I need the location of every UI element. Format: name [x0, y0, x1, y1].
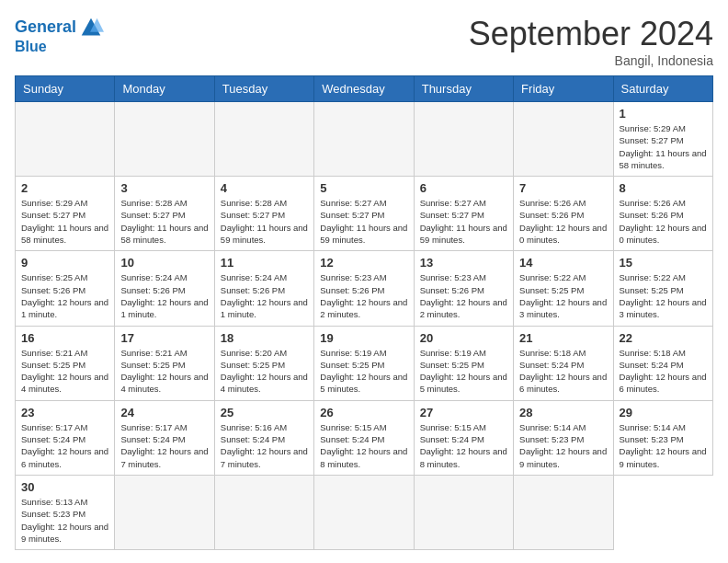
day-info: Sunrise: 5:25 AMSunset: 5:26 PMDaylight:…: [21, 271, 108, 320]
day-info: Sunrise: 5:28 AMSunset: 5:27 PMDaylight:…: [120, 197, 208, 246]
table-row: 30Sunrise: 5:13 AMSunset: 5:23 PMDayligh…: [16, 475, 115, 549]
day-number: 19: [320, 331, 407, 345]
table-row: [414, 102, 513, 177]
calendar-table: Sunday Monday Tuesday Wednesday Thursday…: [15, 75, 713, 550]
day-number: 15: [620, 256, 707, 270]
day-info: Sunrise: 5:19 AMSunset: 5:25 PMDaylight:…: [320, 347, 407, 396]
table-row: 21Sunrise: 5:18 AMSunset: 5:24 PMDayligh…: [514, 326, 613, 400]
day-number: 12: [320, 256, 407, 270]
table-row: [514, 475, 613, 549]
day-info: Sunrise: 5:21 AMSunset: 5:25 PMDaylight:…: [120, 347, 208, 396]
day-info: Sunrise: 5:22 AMSunset: 5:25 PMDaylight:…: [519, 271, 607, 320]
table-row: [314, 102, 414, 177]
day-info: Sunrise: 5:18 AMSunset: 5:24 PMDaylight:…: [519, 347, 607, 396]
day-info: Sunrise: 5:29 AMSunset: 5:27 PMDaylight:…: [21, 197, 108, 246]
day-number: 10: [120, 256, 208, 270]
table-row: 10Sunrise: 5:24 AMSunset: 5:26 PMDayligh…: [115, 251, 214, 326]
day-number: 17: [120, 331, 208, 345]
day-info: Sunrise: 5:20 AMSunset: 5:25 PMDaylight:…: [221, 347, 308, 396]
table-row: [16, 102, 115, 177]
day-number: 29: [620, 406, 707, 419]
logo-text-blue: Blue: [15, 39, 104, 55]
table-row: 26Sunrise: 5:15 AMSunset: 5:24 PMDayligh…: [314, 400, 414, 475]
table-row: 11Sunrise: 5:24 AMSunset: 5:26 PMDayligh…: [214, 251, 313, 326]
table-row: 7Sunrise: 5:26 AMSunset: 5:26 PMDaylight…: [514, 177, 613, 251]
table-row: 5Sunrise: 5:27 AMSunset: 5:27 PMDaylight…: [314, 177, 414, 251]
day-number: 28: [519, 406, 607, 419]
table-row: 3Sunrise: 5:28 AMSunset: 5:27 PMDaylight…: [115, 177, 214, 251]
table-row: 8Sunrise: 5:26 AMSunset: 5:26 PMDaylight…: [613, 177, 712, 251]
table-row: [514, 102, 613, 177]
day-number: 22: [620, 331, 707, 345]
table-row: 18Sunrise: 5:20 AMSunset: 5:25 PMDayligh…: [214, 326, 313, 400]
day-number: 5: [320, 181, 407, 195]
table-row: 23Sunrise: 5:17 AMSunset: 5:24 PMDayligh…: [16, 400, 115, 475]
table-row: [115, 475, 214, 549]
table-row: [214, 475, 313, 549]
logo: General Blue: [15, 15, 104, 55]
day-number: 7: [519, 181, 607, 195]
table-row: 22Sunrise: 5:18 AMSunset: 5:24 PMDayligh…: [613, 326, 712, 400]
location: Bangil, Indonesia: [469, 53, 713, 68]
day-info: Sunrise: 5:27 AMSunset: 5:27 PMDaylight:…: [320, 197, 407, 246]
day-number: 21: [519, 331, 607, 345]
day-info: Sunrise: 5:17 AMSunset: 5:24 PMDaylight:…: [120, 421, 208, 470]
day-number: 27: [420, 406, 507, 419]
table-row: [214, 102, 313, 177]
day-number: 13: [420, 256, 507, 270]
day-info: Sunrise: 5:23 AMSunset: 5:26 PMDaylight:…: [320, 271, 407, 320]
day-number: 3: [120, 181, 208, 195]
table-row: 28Sunrise: 5:14 AMSunset: 5:23 PMDayligh…: [514, 400, 613, 475]
header-saturday: Saturday: [613, 76, 712, 102]
day-number: 6: [420, 181, 507, 195]
day-number: 23: [21, 406, 108, 419]
table-row: [314, 475, 414, 549]
day-number: 11: [221, 256, 308, 270]
table-row: [115, 102, 214, 177]
table-row: 12Sunrise: 5:23 AMSunset: 5:26 PMDayligh…: [314, 251, 414, 326]
day-info: Sunrise: 5:15 AMSunset: 5:24 PMDaylight:…: [420, 421, 507, 470]
header-monday: Monday: [115, 76, 214, 102]
day-number: 8: [620, 181, 707, 195]
table-row: 25Sunrise: 5:16 AMSunset: 5:24 PMDayligh…: [214, 400, 313, 475]
day-number: 18: [221, 331, 308, 345]
page-header: General Blue September 2024 Bangil, Indo…: [15, 15, 713, 68]
day-info: Sunrise: 5:19 AMSunset: 5:25 PMDaylight:…: [420, 347, 507, 396]
table-row: 13Sunrise: 5:23 AMSunset: 5:26 PMDayligh…: [414, 251, 513, 326]
day-number: 2: [21, 181, 108, 195]
day-info: Sunrise: 5:22 AMSunset: 5:25 PMDaylight:…: [620, 271, 707, 320]
day-info: Sunrise: 5:18 AMSunset: 5:24 PMDaylight:…: [620, 347, 707, 396]
header-wednesday: Wednesday: [314, 76, 414, 102]
table-row: 29Sunrise: 5:14 AMSunset: 5:23 PMDayligh…: [613, 400, 712, 475]
day-info: Sunrise: 5:24 AMSunset: 5:26 PMDaylight:…: [120, 271, 208, 320]
day-info: Sunrise: 5:16 AMSunset: 5:24 PMDaylight:…: [221, 421, 308, 470]
table-row: 19Sunrise: 5:19 AMSunset: 5:25 PMDayligh…: [314, 326, 414, 400]
header-friday: Friday: [514, 76, 613, 102]
day-info: Sunrise: 5:28 AMSunset: 5:27 PMDaylight:…: [221, 197, 308, 246]
day-number: 20: [420, 331, 507, 345]
header-thursday: Thursday: [414, 76, 513, 102]
day-info: Sunrise: 5:17 AMSunset: 5:24 PMDaylight:…: [21, 421, 108, 470]
table-row: 20Sunrise: 5:19 AMSunset: 5:25 PMDayligh…: [414, 326, 513, 400]
table-row: 6Sunrise: 5:27 AMSunset: 5:27 PMDaylight…: [414, 177, 513, 251]
day-number: 26: [320, 406, 407, 419]
day-info: Sunrise: 5:14 AMSunset: 5:23 PMDaylight:…: [620, 421, 707, 470]
logo-text-general: General: [15, 17, 76, 36]
header-sunday: Sunday: [16, 76, 115, 102]
table-row: 17Sunrise: 5:21 AMSunset: 5:25 PMDayligh…: [115, 326, 214, 400]
day-info: Sunrise: 5:26 AMSunset: 5:26 PMDaylight:…: [620, 197, 707, 246]
day-number: 16: [21, 331, 108, 345]
table-row: 16Sunrise: 5:21 AMSunset: 5:25 PMDayligh…: [16, 326, 115, 400]
table-row: 24Sunrise: 5:17 AMSunset: 5:24 PMDayligh…: [115, 400, 214, 475]
day-number: 14: [519, 256, 607, 270]
day-number: 30: [21, 480, 108, 494]
day-info: Sunrise: 5:27 AMSunset: 5:27 PMDaylight:…: [420, 197, 507, 246]
day-number: 1: [620, 107, 707, 121]
table-row: 4Sunrise: 5:28 AMSunset: 5:27 PMDaylight…: [214, 177, 313, 251]
table-row: 15Sunrise: 5:22 AMSunset: 5:25 PMDayligh…: [613, 251, 712, 326]
day-info: Sunrise: 5:23 AMSunset: 5:26 PMDaylight:…: [420, 271, 507, 320]
header-tuesday: Tuesday: [214, 76, 313, 102]
table-row: [414, 475, 513, 549]
calendar-header-row: Sunday Monday Tuesday Wednesday Thursday…: [16, 76, 713, 102]
day-info: Sunrise: 5:14 AMSunset: 5:23 PMDaylight:…: [519, 421, 607, 470]
